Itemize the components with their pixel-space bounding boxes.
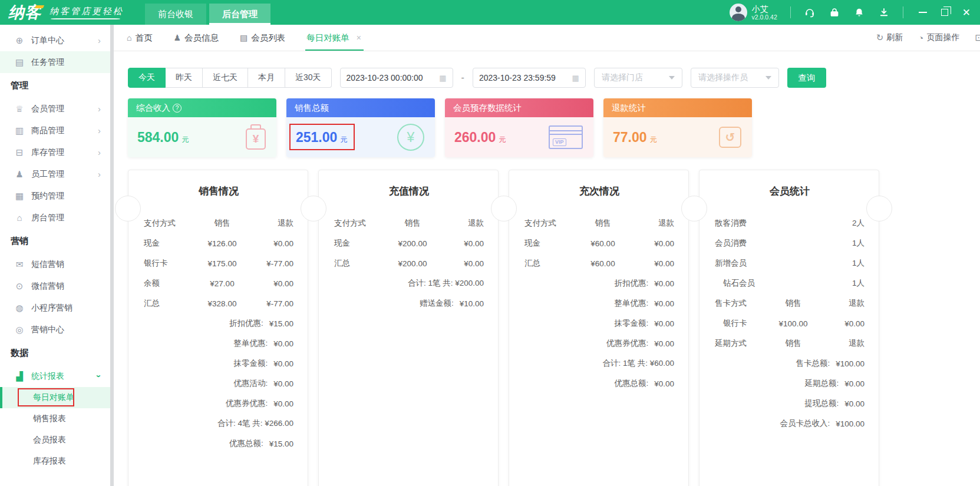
date-from-value: 2023-10-23 00:00:00 (347, 73, 423, 82)
cell: ¥0.00 (440, 239, 484, 248)
chevron-down-icon (669, 76, 675, 80)
sidebar-item-短信营销[interactable]: ✉短信营销 (0, 253, 110, 275)
summary-row: 优惠活动:¥0.00 (144, 373, 293, 394)
stat-card-refund-total: 退款统计77.00元↺ (603, 98, 752, 157)
stat-card-unit: 元 (340, 135, 347, 145)
sidebar-item-会员管理[interactable]: ♕会员管理› (0, 98, 110, 120)
summary-row: 折扣优惠:¥15.00 (144, 313, 293, 333)
cell: ¥27.00 (194, 279, 250, 288)
bell-icon[interactable] (853, 6, 865, 18)
sidebar-section-label: 数据 (0, 340, 110, 365)
sidebar-item-员工管理[interactable]: ♟员工管理› (0, 163, 110, 185)
sidebar-subitem-每日对账单[interactable]: 每日对账单 (0, 387, 110, 408)
help-icon[interactable]: ? (173, 104, 182, 113)
lock-icon[interactable] (829, 6, 840, 18)
sidebar-subitem-库存报表[interactable]: 库存报表 (0, 451, 110, 472)
refresh-button[interactable]: ↻刷新 (876, 32, 903, 43)
person-icon: ♟ (173, 33, 181, 42)
summary-label: 优惠总额: (614, 378, 648, 389)
chevron-right-icon: › (98, 35, 101, 45)
cell: ¥126.00 (194, 239, 250, 248)
minimize-button[interactable] (919, 12, 927, 13)
stat-card-title: 综合收入 (136, 103, 170, 114)
tab-home[interactable]: ⌂首页 (127, 25, 152, 51)
sidebar-item-小程序营销[interactable]: ◍小程序营销 (0, 297, 110, 319)
sidebar-item-微信营销[interactable]: ⊙微信营销 (0, 275, 110, 297)
tab-member-info[interactable]: ♟会员信息 (173, 25, 219, 51)
topnav-frontdesk-button[interactable]: 前台收银 (145, 4, 206, 25)
summary-value: ¥0.00 (273, 359, 293, 368)
summary-label: 优惠券优惠: (226, 398, 268, 409)
panel-title: 销售情况 (144, 184, 293, 198)
sidebar-item-营销中心[interactable]: ◎营销中心 (0, 319, 110, 340)
sidebar-item-房台管理[interactable]: ⌂房台管理 (0, 207, 110, 229)
store-select[interactable]: 请选择门店 (594, 68, 682, 88)
more-actions-icon[interactable]: ⊡ (975, 32, 980, 43)
tab-member-list[interactable]: ▤会员列表 (240, 25, 285, 51)
app-slogan: 纳客管店更轻松 (50, 6, 124, 19)
range-button-本月[interactable]: 本月 (248, 68, 285, 88)
range-button-昨天[interactable]: 昨天 (166, 68, 203, 88)
search-button[interactable]: 查询 (787, 68, 826, 88)
summary-row: 提现总额:¥0.00 (715, 394, 864, 414)
range-button-近七天[interactable]: 近七天 (203, 68, 248, 88)
chevron-right-icon: › (98, 147, 101, 157)
user-block[interactable]: 小艾 v2.0.0.42 (730, 4, 777, 21)
sidebar-item-统计报表[interactable]: ▟统计报表› (0, 365, 110, 387)
sidebar-item-预约管理[interactable]: ▦预约管理 (0, 185, 110, 207)
stat-card-total-income: 综合收入?584.00元¥ (128, 98, 276, 157)
sidebar-item-库存管理[interactable]: ⊟库存管理› (0, 141, 110, 163)
inventory-icon: ⊟ (14, 147, 25, 158)
range-button-近30天[interactable]: 近30天 (285, 68, 332, 88)
cashbox-icon: ¥ (246, 128, 266, 150)
stats-icon: ▟ (14, 371, 25, 382)
table-row: 会员消费1人 (715, 233, 864, 253)
sidebar-item-订单中心[interactable]: ⊕订单中心› (0, 29, 110, 51)
summary-row: 优惠总额:¥0.00 (524, 373, 674, 394)
cell: 1人 (852, 238, 864, 249)
app-window: 纳客 纳客管店更轻松 前台收银后台管理 小艾 v2.0.0.42 (0, 0, 980, 486)
tab-daily-statement[interactable]: 每日对账单× (306, 25, 361, 51)
date-to-input[interactable]: 2023-10-23 23:59:59 ▦ (473, 68, 586, 88)
sidebar-item-label: 统计报表 (31, 371, 64, 382)
close-button[interactable]: ✕ (962, 8, 971, 18)
sidebar-item-label: 商品管理 (31, 125, 64, 136)
quick-range-group: 今天昨天近七天本月近30天 (128, 68, 332, 88)
operator-select[interactable]: 请选择操作员 (691, 68, 779, 88)
stat-card-header: 销售总额 (286, 98, 435, 117)
summary-row: 折扣优惠:¥0.00 (524, 273, 674, 293)
sidebar-subitem-会员报表[interactable]: 会员报表 (0, 429, 110, 451)
tab-label: 会员信息 (184, 32, 219, 44)
sidebar-item-商品管理[interactable]: ▥商品管理› (0, 120, 110, 141)
topnav-backstage-button[interactable]: 后台管理 (209, 4, 270, 25)
restore-button[interactable] (941, 9, 948, 16)
sidebar-subitem-销售报表[interactable]: 销售报表 (0, 408, 110, 429)
wechat-icon: ⊙ (14, 281, 25, 292)
page-ops-button[interactable]: ◔页面操作 (918, 32, 959, 43)
cell: 退款 (440, 218, 484, 229)
stat-card-body: 260.00元VIP (445, 117, 593, 157)
stat-cards: 综合收入?584.00元¥销售总额251.00元¥会员预存数据统计260.00元… (128, 98, 966, 157)
summary-label: 折扣优惠: (229, 318, 263, 329)
cell: ¥-77.00 (250, 299, 293, 308)
summary-value: ¥0.00 (273, 399, 293, 408)
service-icon[interactable] (804, 6, 816, 18)
chevron-right-icon: › (98, 104, 101, 114)
cell: 销售 (385, 218, 440, 229)
cell: 支付方式 (144, 218, 194, 229)
sidebar-item-任务管理[interactable]: ▤任务管理 (0, 51, 110, 73)
close-tab-icon[interactable]: × (357, 33, 361, 42)
summary-label: 抹零金额: (233, 358, 268, 369)
cell: 退款 (821, 298, 864, 309)
date-from-input[interactable]: 2023-10-23 00:00:00 ▦ (340, 68, 453, 88)
range-button-今天[interactable]: 今天 (128, 68, 166, 88)
download-icon[interactable] (878, 6, 890, 18)
table-row: 余额¥27.00¥0.00 (144, 273, 293, 293)
summary-value: ¥10.00 (460, 299, 484, 308)
cell: 银行卡 (715, 318, 765, 329)
sidebar-item-label: 房台管理 (31, 213, 64, 223)
table-row: 汇总¥60.00¥0.00 (524, 253, 674, 273)
stat-card-value-wrap: 260.00元 (454, 130, 506, 146)
table-row: 新增会员1人 (715, 253, 864, 273)
cell: 支付方式 (334, 218, 385, 229)
